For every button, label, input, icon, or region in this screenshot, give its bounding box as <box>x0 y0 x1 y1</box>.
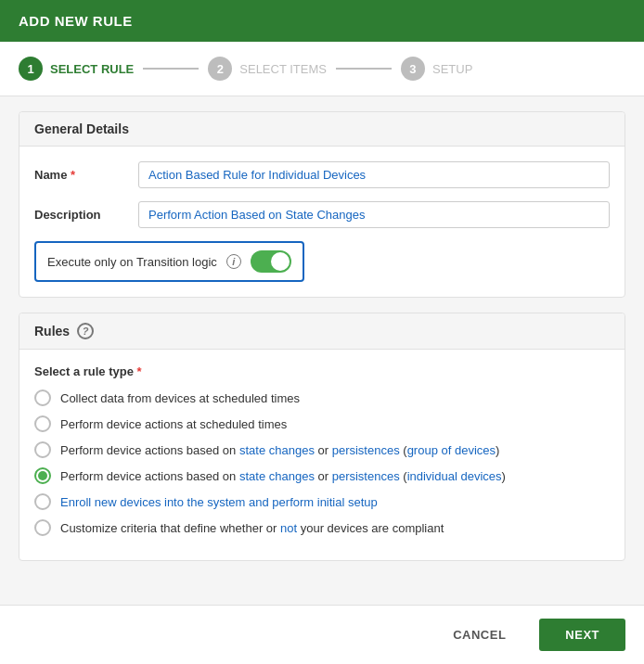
radio-circle-3 <box>34 441 51 458</box>
general-details-title: General Details <box>34 121 129 136</box>
radio-label-4: Perform device actions based on state ch… <box>60 469 506 483</box>
general-details-header: General Details <box>19 112 625 147</box>
rules-card: Rules ? Select a rule type * Collect dat… <box>19 313 625 561</box>
name-input[interactable] <box>138 161 610 188</box>
radio-option-4[interactable]: Perform device actions based on state ch… <box>34 467 610 484</box>
radio-option-6[interactable]: Customize criteria that define whether o… <box>34 519 610 536</box>
rules-help-icon[interactable]: ? <box>77 323 94 339</box>
general-details-card: General Details Name * Description <box>19 111 625 298</box>
step-3-label: SETUP <box>432 62 472 76</box>
modal-container: ADD NEW RULE 1 SELECT RULE 2 SELECT ITEM… <box>0 0 644 664</box>
radio-option-5[interactable]: Enroll new devices into the system and p… <box>34 493 610 510</box>
transition-toggle[interactable] <box>251 250 291 273</box>
modal-header: ADD NEW RULE <box>0 0 644 42</box>
radio-option-1[interactable]: Collect data from devices at scheduled t… <box>34 389 610 406</box>
radio-circle-1 <box>34 389 51 406</box>
radio-option-2[interactable]: Perform device actions at scheduled time… <box>34 415 610 432</box>
step-2-circle: 2 <box>208 57 232 81</box>
cancel-button[interactable]: CANCEL <box>431 619 528 651</box>
radio-label-3: Perform device actions based on state ch… <box>60 443 499 457</box>
name-row: Name * <box>34 161 610 188</box>
modal-footer: CANCEL NEXT <box>0 605 644 664</box>
modal-title: ADD NEW RULE <box>19 13 133 29</box>
radio-label-1: Collect data from devices at scheduled t… <box>60 391 300 405</box>
description-row: Description <box>34 201 610 228</box>
transition-info-icon[interactable]: i <box>226 254 241 269</box>
name-label: Name * <box>34 168 127 182</box>
step-connector-2 <box>336 68 392 70</box>
step-connector-1 <box>143 68 199 70</box>
next-button[interactable]: NEXT <box>539 619 625 651</box>
radio-circle-5 <box>34 493 51 510</box>
step-3: 3 SETUP <box>401 57 472 81</box>
transition-label: Execute only on Transition logic <box>47 255 217 269</box>
step-2-label: SELECT ITEMS <box>239 62 327 76</box>
step-3-circle: 3 <box>401 57 425 81</box>
radio-label-5: Enroll new devices into the system and p… <box>60 495 378 509</box>
toggle-track <box>251 250 291 273</box>
step-1-label: SELECT RULE <box>50 62 134 76</box>
rule-type-required: * <box>137 364 142 378</box>
modal-body: General Details Name * Description <box>0 96 644 605</box>
step-1-circle: 1 <box>19 57 43 81</box>
radio-circle-2 <box>34 415 51 432</box>
radio-option-3[interactable]: Perform device actions based on state ch… <box>34 441 610 458</box>
step-1: 1 SELECT RULE <box>19 57 134 81</box>
step-2: 2 SELECT ITEMS <box>208 57 327 81</box>
toggle-thumb <box>271 252 290 271</box>
radio-circle-4 <box>34 467 51 484</box>
rule-type-label: Select a rule type * <box>34 364 610 378</box>
rules-title: Rules <box>34 324 70 338</box>
rules-body: Select a rule type * Collect data from d… <box>19 350 625 560</box>
rules-header: Rules ? <box>19 313 625 350</box>
radio-label-2: Perform device actions at scheduled time… <box>60 417 287 431</box>
general-details-body: Name * Description Execute only on Trans… <box>19 147 625 297</box>
stepper: 1 SELECT RULE 2 SELECT ITEMS 3 SETUP <box>0 42 644 96</box>
radio-circle-6 <box>34 519 51 536</box>
transition-row: Execute only on Transition logic i <box>34 241 304 282</box>
description-label: Description <box>34 208 127 222</box>
radio-dot-4 <box>38 471 47 480</box>
name-required: * <box>71 168 75 182</box>
description-input[interactable] <box>138 201 610 228</box>
radio-label-6: Customize criteria that define whether o… <box>60 521 444 535</box>
